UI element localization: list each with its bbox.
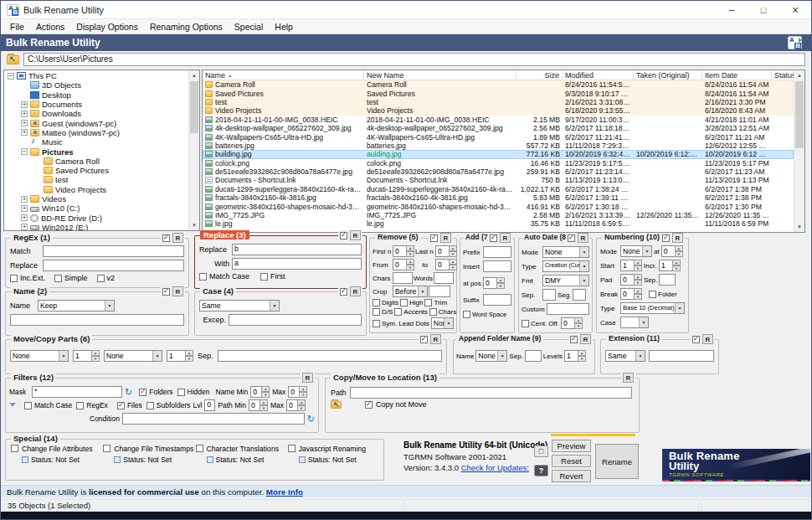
remove-from-stepper[interactable]: 0 <box>393 259 414 270</box>
remove-crop-dropdown[interactable]: Before <box>393 286 428 297</box>
numbering-mode-dropdown[interactable]: None <box>620 245 652 257</box>
tree-item-downloads[interactable]: Downloads <box>4 109 188 118</box>
file-row[interactable]: Saved PicturesSaved Pictures9/3/2018 9:1… <box>203 89 794 97</box>
add-atpos-stepper[interactable]: 0 <box>483 277 505 289</box>
tree-item-saved-pictures[interactable]: Saved Pictures <box>4 166 188 175</box>
autodate-custom-input[interactable] <box>547 303 589 315</box>
name-mode-dropdown[interactable]: Keep <box>38 300 115 311</box>
autodate-enable-checkbox[interactable] <box>568 234 575 242</box>
settings-page-icon[interactable] <box>22 456 28 463</box>
remove-chars-checkbox[interactable] <box>429 308 437 316</box>
add-prefix-input[interactable] <box>483 246 511 258</box>
tree-expander-icon[interactable] <box>21 196 28 203</box>
remove-firstn-stepper[interactable]: 0 <box>393 245 414 257</box>
replace-enable-checkbox[interactable] <box>340 232 347 239</box>
numbering-folder-checkbox[interactable] <box>649 291 656 298</box>
copymove-reset-button[interactable]: R <box>623 373 634 383</box>
movecopy-n1-stepper[interactable]: 1 <box>73 350 100 362</box>
remove-enable-checkbox[interactable] <box>430 234 438 242</box>
regex-match-input[interactable] <box>43 245 184 257</box>
file-row[interactable]: 4k-desktop-wallpaper_065227602_309.jpg4k… <box>203 124 794 132</box>
file-row[interactable]: IMG_7725.JPGIMG_7725.JPG2.58 MB2/16/2021… <box>203 211 794 219</box>
parent-folder-icon[interactable] <box>7 55 19 64</box>
add-wordspace-checkbox[interactable] <box>463 311 470 318</box>
tree-expander-icon[interactable] <box>21 148 28 155</box>
autodate-reset-button[interactable]: R <box>578 233 588 243</box>
special-checkbox[interactable] <box>103 445 110 452</box>
remove-high-checkbox[interactable] <box>400 299 408 306</box>
file-row[interactable]: le.jpgle.jpg35.75 KB11/11/2018 6:59:52 P… <box>203 219 794 228</box>
column-header-name[interactable]: Name <box>203 70 364 80</box>
more-info-link[interactable]: More Info <box>266 487 303 497</box>
filters-namemin-stepper[interactable]: 0 <box>250 386 270 398</box>
file-row[interactable]: geometric-3840x2160-shapes-mosaic-hd-308… <box>203 202 794 210</box>
tree-expander-icon[interactable] <box>8 73 14 80</box>
menu-special[interactable]: Special <box>229 22 269 32</box>
tree-expander-icon[interactable] <box>21 111 28 117</box>
scroll-up-icon[interactable] <box>794 70 804 80</box>
remove-leaddots-dropdown[interactable]: None <box>431 317 454 329</box>
numbering-case-dropdown[interactable] <box>620 317 649 328</box>
autodate-type-dropdown[interactable]: Creation (Curr <box>542 260 589 272</box>
file-row[interactable]: batteries.jpgbatteries.jpg557.72 KB11/11… <box>203 142 794 150</box>
tree-item-documents[interactable]: Documents <box>4 100 188 109</box>
filters-regex-checkbox[interactable] <box>76 402 84 409</box>
column-header-new-name[interactable]: New Name <box>364 70 516 80</box>
replace-first-checkbox[interactable] <box>260 273 268 281</box>
remove-chars-input[interactable] <box>393 272 413 284</box>
copymove-copynotmove-checkbox[interactable] <box>365 401 373 409</box>
tree-item-test[interactable]: test <box>4 175 188 184</box>
maximize-button[interactable] <box>748 1 779 18</box>
menu-renaming-options[interactable]: Renaming Options <box>144 22 229 32</box>
remove-to-stepper[interactable]: 0 <box>435 259 457 270</box>
file-row[interactable] <box>203 229 794 232</box>
appendfolder-mode-dropdown[interactable]: None <box>475 350 507 362</box>
filters-subfolders-checkbox[interactable] <box>146 402 154 409</box>
regex-enable-checkbox[interactable] <box>162 234 170 242</box>
scroll-down-icon[interactable] <box>189 220 199 230</box>
regex-v2-checkbox[interactable] <box>97 275 105 282</box>
appendfolder-sep-input[interactable] <box>525 350 542 362</box>
autodate-fmt-dropdown[interactable]: DMY <box>542 275 589 286</box>
filters-condition-input[interactable] <box>122 413 305 425</box>
column-header-size[interactable]: Size <box>516 70 563 80</box>
remove-reset-button[interactable]: R <box>440 233 451 243</box>
settings-page-icon[interactable] <box>207 456 213 463</box>
case-mode-dropdown[interactable]: Same <box>199 300 280 311</box>
tree-item-music[interactable]: Music <box>4 137 188 147</box>
reset-button[interactable]: Reset <box>552 455 591 467</box>
numbering-reset-button[interactable]: R <box>672 233 683 243</box>
file-row[interactable]: Video ProjectsVideo Projects6/18/2020 9:… <box>203 106 794 115</box>
settings-page-icon[interactable] <box>114 456 121 463</box>
replace-matchcase-checkbox[interactable] <box>199 273 207 281</box>
browse-folder-icon[interactable] <box>331 401 342 409</box>
filters-matchcase-checkbox[interactable] <box>24 402 32 409</box>
case-enable-checkbox[interactable] <box>340 288 347 296</box>
name-value-input[interactable] <box>10 314 184 326</box>
file-row[interactable]: Camera RollCamera Roll8/24/2016 11:54:51… <box>203 80 794 89</box>
tree-expander-icon[interactable] <box>21 224 28 230</box>
movecopy-n2-stepper[interactable]: 1 <box>167 350 193 362</box>
rename-button[interactable]: Rename <box>595 444 639 479</box>
extension-reset-button[interactable]: R <box>702 334 713 344</box>
menu-help[interactable]: Help <box>269 22 299 32</box>
file-row[interactable]: colock.pngcolock.png16.46 KB11/23/2019 5… <box>203 159 794 167</box>
file-row[interactable]: building.jpgaulding.jpg772.16 KB10/20/20… <box>203 150 794 158</box>
revert-button[interactable]: Revert <box>552 470 591 482</box>
refresh-icon[interactable] <box>125 388 132 396</box>
tree-item-bd-re-drive-d-[interactable]: BD-RE Drive (D:) <box>4 213 188 222</box>
remove-digits-checkbox[interactable] <box>373 299 380 306</box>
file-row[interactable]: de51eeafe3932862c908d80a78a6477e.jpgde51… <box>203 167 794 176</box>
help-button[interactable] <box>534 465 548 476</box>
replace-find-input[interactable]: b <box>232 244 362 255</box>
path-input[interactable]: C:\Users\User\Pictures <box>23 53 805 66</box>
window-tool-button[interactable] <box>534 445 548 457</box>
tree-item-guest-windows7-pc-[interactable]: Guest (windows7-pc) <box>4 118 188 127</box>
autodate-off-stepper[interactable]: 0 <box>561 317 583 329</box>
extension-mode-dropdown[interactable]: Same <box>605 350 645 362</box>
tree-expander-icon[interactable] <box>21 205 28 212</box>
regex-reset-button[interactable]: R <box>172 233 183 243</box>
movecopy-reset-button[interactable]: R <box>430 334 441 344</box>
case-excep-input[interactable] <box>229 314 362 326</box>
filters-files-checkbox[interactable] <box>117 402 125 409</box>
